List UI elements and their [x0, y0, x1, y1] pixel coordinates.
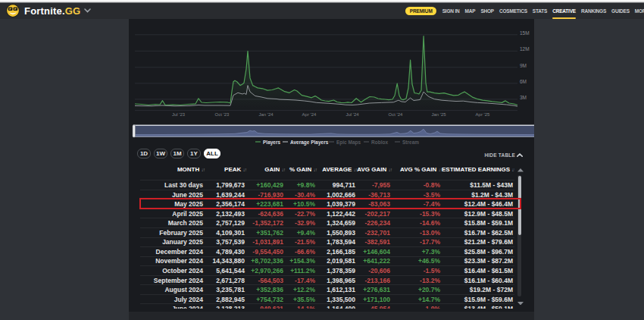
svg-text:6M: 6M	[520, 78, 527, 83]
svg-text:Epic Maps: Epic Maps	[336, 139, 361, 145]
svg-text:Average Players: Average Players	[290, 139, 329, 145]
svg-text:15M: 15M	[520, 30, 530, 35]
svg-text:Oct '23: Oct '23	[215, 111, 230, 116]
svg-text:Players: Players	[263, 139, 281, 145]
svg-text:3M: 3M	[520, 94, 527, 99]
svg-text:Jan '24: Jan '24	[258, 111, 274, 116]
svg-text:Apr '24: Apr '24	[302, 111, 317, 116]
svg-text:12M: 12M	[520, 46, 530, 52]
svg-text:Oct '24: Oct '24	[389, 111, 403, 116]
svg-text:Stream: Stream	[402, 139, 419, 144]
svg-text:Jan '25: Jan '25	[431, 111, 446, 116]
svg-text:Apr '25: Apr '25	[476, 111, 490, 116]
svg-text:9M: 9M	[520, 62, 527, 67]
svg-text:Jul '24: Jul '24	[345, 111, 359, 116]
svg-text:Jul '23: Jul '23	[172, 111, 186, 116]
svg-text:Roblox: Roblox	[371, 139, 388, 144]
